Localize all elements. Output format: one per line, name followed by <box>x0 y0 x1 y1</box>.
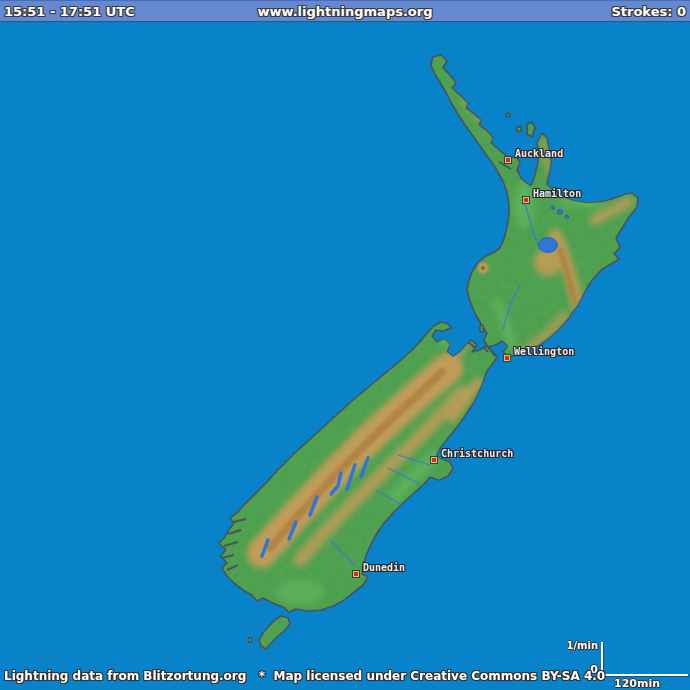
city-marker-icon <box>430 456 438 464</box>
legend-time-axis-label: 120min <box>614 677 660 690</box>
little-barrier-island <box>517 127 522 132</box>
lightning-map[interactable] <box>0 0 690 690</box>
city-label: Auckland <box>515 148 563 159</box>
site-title: www.lightningmaps.org <box>257 2 432 21</box>
legend-x-axis <box>601 674 688 676</box>
city-marker-icon <box>352 570 360 578</box>
city-label: Hamilton <box>533 188 581 199</box>
time-range-label: 15:51 - 17:51 UTC <box>4 2 135 21</box>
rotorua-lake-small-2 <box>551 206 554 209</box>
city-label: Wellington <box>514 346 574 357</box>
offshore-island <box>506 113 510 117</box>
city-label: Dunedin <box>363 562 405 573</box>
strokes-counter: Strokes: 0 <box>611 2 686 21</box>
legend-rate-max-label: 1/min <box>566 640 598 651</box>
lake-taupo <box>539 238 558 253</box>
foveaux-island <box>248 638 252 642</box>
city-label: Christchurch <box>441 448 513 459</box>
city-marker-icon <box>503 354 511 362</box>
attribution-text: Lightning data from Blitzortung.org * Ma… <box>4 669 605 683</box>
city-marker-icon <box>522 196 530 204</box>
lake-rotorua <box>557 209 562 214</box>
lightning-map-app: 15:51 - 17:51 UTC www.lightningmaps.org … <box>0 0 690 690</box>
city-marker-icon <box>504 156 512 164</box>
rotorua-lake-small <box>565 215 569 219</box>
top-status-bar: 15:51 - 17:51 UTC www.lightningmaps.org … <box>0 0 690 22</box>
